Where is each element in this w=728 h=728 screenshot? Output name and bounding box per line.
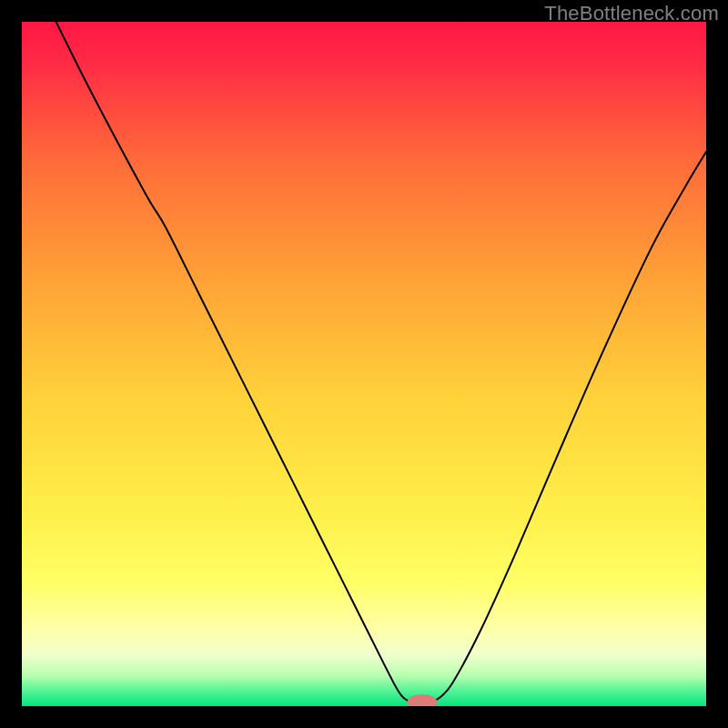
- gradient-background: [22, 22, 706, 706]
- attribution-label: TheBottleneck.com: [544, 2, 719, 25]
- plot-area: [22, 22, 706, 706]
- chart-frame: TheBottleneck.com: [0, 0, 728, 728]
- chart-svg: [22, 22, 706, 706]
